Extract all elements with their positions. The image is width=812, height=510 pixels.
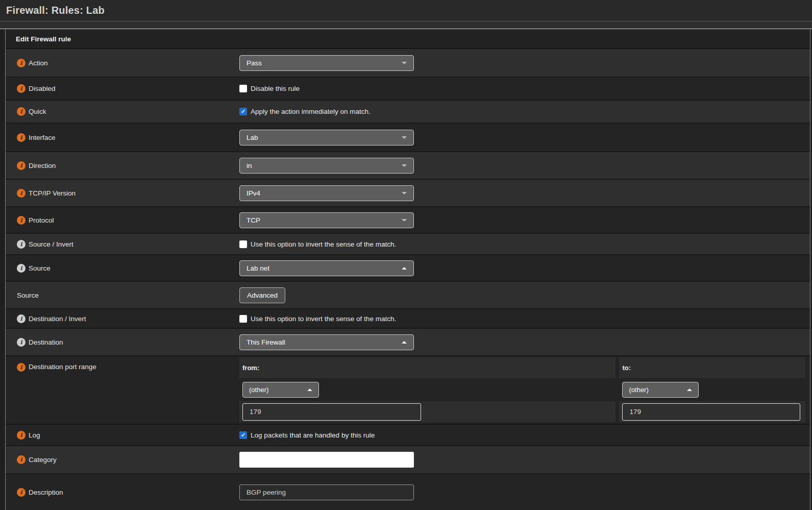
info-icon[interactable]: i [17, 189, 26, 198]
row-disabled: iDisabledDisable this rule [6, 77, 810, 100]
log-checkbox[interactable] [239, 431, 247, 439]
interface-label: Interface [29, 134, 56, 141]
info-icon[interactable]: i [17, 488, 26, 497]
log-label: Log [29, 431, 40, 439]
row-tcpip-version: iTCP/IP VersionIPv4 [6, 179, 810, 206]
port-from-input[interactable] [242, 403, 421, 421]
protocol-select[interactable]: TCP [239, 212, 414, 228]
interface-select[interactable]: Lab [239, 130, 414, 145]
row-log: iLogLog packets that are handled by this… [6, 424, 810, 445]
info-icon[interactable]: i [17, 107, 26, 116]
quick-label: Quick [29, 108, 46, 115]
port-to-input-band [619, 401, 805, 422]
disabled-checkbox[interactable] [239, 85, 247, 92]
direction-select[interactable]: in [239, 158, 414, 174]
info-icon[interactable]: i [17, 216, 26, 225]
info-icon[interactable]: i [17, 455, 26, 464]
source-invert-control-cell: Use this option to invert the sense of t… [239, 240, 810, 248]
chevron-up-icon [687, 388, 692, 391]
source-invert-checkbox-label: Use this option to invert the sense of t… [251, 240, 396, 248]
info-icon[interactable]: i [17, 240, 26, 249]
destination-invert-label: Destination / Invert [29, 315, 86, 323]
port-to-header: to: [619, 357, 805, 378]
protocol-control-cell: TCP [239, 212, 810, 228]
log-label-cell: iLog [6, 431, 239, 440]
info-icon[interactable]: i [17, 264, 26, 273]
source-advanced-control-cell: Advanced [239, 287, 810, 303]
port-to-input[interactable] [622, 403, 800, 421]
disabled-checkbox-label: Disable this rule [251, 85, 300, 92]
chevron-up-icon [307, 388, 312, 391]
quick-checkbox-label: Apply the action immediately on match. [251, 108, 371, 115]
panel-header: Edit Firewall rule [6, 30, 810, 49]
chevron-down-icon [402, 164, 407, 167]
interface-control-cell: Lab [239, 130, 810, 145]
source-invert-checkbox[interactable] [239, 240, 247, 248]
port-from-header: from: [239, 357, 616, 378]
info-icon[interactable]: i [17, 431, 26, 440]
destination-invert-checkbox[interactable] [239, 315, 247, 323]
disabled-label: Disabled [29, 85, 56, 92]
tcpip-version-label: TCP/IP Version [29, 189, 76, 197]
destination-select-value: This Firewall [247, 338, 285, 346]
row-quick: iQuickApply the action immediately on ma… [6, 100, 810, 123]
destination-port-range-control-cell: from:(other)to:(other) [239, 356, 810, 424]
destination-label: Destination [29, 338, 63, 346]
source-invert-label-cell: iSource / Invert [6, 240, 239, 249]
info-icon[interactable]: i [17, 84, 26, 93]
source-advanced-button[interactable]: Advanced [239, 287, 285, 303]
tcpip-version-select-value: IPv4 [247, 189, 260, 197]
port-from-label: from: [242, 364, 259, 372]
port-to-select[interactable]: (other) [622, 382, 699, 398]
port-from-select[interactable]: (other) [242, 382, 319, 398]
chevron-up-icon [402, 267, 407, 270]
protocol-label: Protocol [29, 216, 54, 224]
direction-control-cell: in [239, 158, 810, 174]
category-control-cell [239, 452, 810, 468]
disabled-label-cell: iDisabled [6, 84, 239, 93]
source-advanced-label: Source [17, 292, 39, 299]
chevron-up-icon [402, 341, 407, 344]
direction-label: Direction [29, 162, 56, 169]
destination-select[interactable]: This Firewall [239, 334, 414, 350]
interface-label-cell: iInterface [6, 133, 239, 142]
description-control-cell [239, 484, 810, 500]
quick-control-cell: Apply the action immediately on match. [239, 108, 810, 115]
port-to-column: to:(other) [619, 357, 805, 422]
port-to-select-band: (other) [619, 379, 805, 400]
category-label: Category [29, 456, 57, 464]
row-direction: iDirectionin [6, 151, 810, 179]
action-select-value: Pass [247, 59, 262, 67]
destination-port-range-label: Destination port range [29, 363, 96, 371]
action-select[interactable]: Pass [239, 55, 414, 71]
source-select-value: Lab net [247, 264, 269, 272]
quick-label-cell: iQuick [6, 107, 239, 116]
source-select[interactable]: Lab net [239, 260, 414, 276]
tcpip-version-select[interactable]: IPv4 [239, 185, 414, 201]
page-header: Firewall: Rules: Lab [0, 0, 812, 21]
destination-invert-label-cell: iDestination / Invert [6, 314, 239, 323]
info-icon[interactable]: i [17, 161, 26, 170]
action-label: Action [29, 59, 48, 67]
info-icon[interactable]: i [17, 338, 26, 347]
description-label-cell: iDescription [6, 488, 239, 497]
direction-select-value: in [247, 162, 252, 169]
content-top-band [0, 21, 812, 29]
category-input[interactable] [239, 452, 414, 468]
info-icon[interactable]: i [17, 59, 26, 67]
info-icon[interactable]: i [17, 363, 26, 372]
destination-port-range-label-cell: iDestination port range [6, 356, 239, 372]
chevron-down-icon [402, 192, 407, 195]
source-invert-label: Source / Invert [29, 240, 73, 248]
description-input[interactable] [239, 484, 414, 500]
source-label: Source [29, 264, 51, 272]
port-to-select-value: (other) [629, 386, 648, 394]
log-checkbox-label: Log packets that are handled by this rul… [251, 431, 375, 439]
info-icon[interactable]: i [17, 133, 26, 142]
action-control-cell: Pass [239, 55, 810, 71]
quick-checkbox[interactable] [239, 108, 247, 115]
port-to-label: to: [622, 364, 631, 372]
port-range-table: from:(other)to:(other) [239, 357, 805, 422]
info-icon[interactable]: i [17, 314, 26, 323]
row-protocol: iProtocolTCP [6, 206, 810, 233]
